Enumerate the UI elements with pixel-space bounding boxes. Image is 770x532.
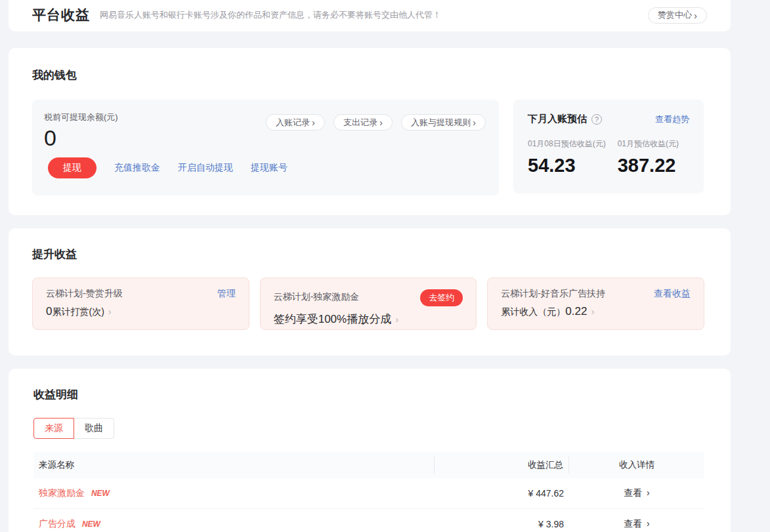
wallet-actions: 提现 充值推歌金 开启自动提现 提现账号 [48,157,288,178]
col-revenue-total: 收益汇总 [435,457,569,474]
recharge-promo-link[interactable]: 充值推歌金 [114,162,160,174]
view-detail-link[interactable]: 查看 › [624,518,650,529]
view-label: 查看 [624,487,642,498]
wallet-section-title: 我的钱包 [32,68,704,83]
revenue-amount: ¥ 447.62 [435,488,569,499]
source-name-link[interactable]: 独家激励金 [39,487,85,498]
revenue-table: 来源名称 收益汇总 收入详情 独家激励金 NEW ¥ 447.62 查看 › [33,452,704,532]
forecast-day-value: 54.23 [528,155,606,176]
details-section-title: 收益明细 [33,387,704,402]
chevron-right-icon: › [395,314,398,325]
col-source-name: 来源名称 [33,457,435,474]
platform-revenue-page: 平台收益 网易音乐人账号和银行卡账号涉及你的作品和资产信息，请务必不要将账号交由… [0,0,770,532]
help-icon[interactable]: ? [591,114,602,125]
boost-card-reward-upgrade: 云梯计划-赞赏升级 管理 0 累计打赏(次) › [32,277,249,330]
revenue-amount: ¥ 3.98 [435,519,569,529]
boost-card-body[interactable]: 签约享受100%播放分成 › [274,312,463,327]
view-trend-link[interactable]: 查看趋势 [655,113,689,125]
page-header: 平台收益 网易音乐人账号和银行卡账号涉及你的作品和资产信息，请务必不要将账号交由… [9,0,731,31]
boost-card-title: 云梯计划-独家激励金 [274,291,360,303]
forecast-stat-day: 01月08日预估收益(元) 54.23 [528,138,606,176]
expense-records-button[interactable]: 支出记录 › [333,114,393,131]
go-sign-button[interactable]: 去签约 [420,289,463,306]
wallet-section: 我的钱包 税前可提现余额(元) 0 入账记录 › 支出记录 › 入账与提现规则 [9,48,731,215]
boost-card-body[interactable]: 0 累计打赏(次) › [46,305,236,318]
reward-center-label: 赞赏中心 [658,9,692,21]
balance-panel: 税前可提现余额(元) 0 入账记录 › 支出记录 › 入账与提现规则 › [32,100,499,195]
source-name-link[interactable]: 广告分成 [39,518,75,529]
chevron-right-icon: › [647,487,650,498]
page-title: 平台收益 [32,6,90,24]
forecast-panel: 下月入账预估 ? 查看趋势 01月08日预估收益(元) 54.23 01月预估收… [513,100,704,194]
sign-benefit-label: 签约享受100%播放分成 [274,312,391,327]
reward-center-button[interactable]: 赞赏中心 › [648,7,707,24]
table-header-row: 来源名称 收益汇总 收入详情 [33,452,704,478]
boost-card-exclusive-incentive: 云梯计划-独家激励金 去签约 签约享受100%播放分成 › [260,277,477,330]
table-row: 独家激励金 NEW ¥ 447.62 查看 › [33,478,704,509]
tab-song[interactable]: 歌曲 [74,418,114,439]
tab-source[interactable]: 来源 [33,418,74,439]
col-income-detail: 收入详情 [569,459,704,471]
income-withdraw-rules-label: 入账与提现规则 [411,117,471,129]
boost-card-body[interactable]: 累计收入（元） 0.22 › [501,305,691,318]
chevron-right-icon: › [591,306,594,317]
view-label: 查看 [624,518,642,529]
details-section: 收益明细 来源 歌曲 来源名称 收益汇总 收入详情 独家激励金 NEW ¥ 44… [9,369,731,532]
expense-records-label: 支出记录 [343,117,377,129]
forecast-stat-month: 01月预估收益(元) 387.22 [618,138,679,176]
boost-section: 提升收益 云梯计划-赞赏升级 管理 0 累计打赏(次) › 云梯计划-独家激励金… [9,228,731,356]
chevron-right-icon: › [108,306,112,317]
new-badge: NEW [91,489,110,498]
forecast-month-label: 01月预估收益(元) [618,138,679,150]
forecast-day-label: 01月08日预估收益(元) [528,138,606,150]
boost-card-title: 云梯计划-好音乐广告扶持 [501,288,605,300]
forecast-month-value: 387.22 [618,155,679,176]
tip-count-value: 0 [46,305,52,318]
withdraw-account-link[interactable]: 提现账号 [251,162,288,174]
chevron-right-icon: › [694,10,697,20]
view-detail-link[interactable]: 查看 › [624,487,650,498]
cumulative-income-value: 0.22 [565,305,587,318]
new-badge: NEW [82,520,100,529]
withdraw-button[interactable]: 提现 [48,157,96,178]
income-withdraw-rules-button[interactable]: 入账与提现规则 › [401,114,486,131]
boost-section-title: 提升收益 [32,247,704,262]
manage-link[interactable]: 管理 [217,288,236,300]
details-tabs: 来源 歌曲 [33,418,114,439]
forecast-title: 下月入账预估 [528,113,587,125]
table-row: 广告分成 NEW ¥ 3.98 查看 › [33,509,704,532]
chevron-right-icon: › [379,117,383,127]
chevron-right-icon: › [473,117,476,127]
view-revenue-link[interactable]: 查看收益 [654,288,691,300]
chevron-right-icon: › [312,117,315,127]
income-records-button[interactable]: 入账记录 › [266,114,325,131]
boost-card-title: 云梯计划-赞赏升级 [46,288,123,300]
boost-card-ad-support: 云梯计划-好音乐广告扶持 查看收益 累计收入（元） 0.22 › [487,277,704,330]
income-records-label: 入账记录 [276,117,310,129]
cumulative-income-label: 累计收入（元） [501,306,565,318]
chevron-right-icon: › [647,518,650,529]
account-safety-notice: 网易音乐人账号和银行卡账号涉及你的作品和资产信息，请务必不要将账号交由他人代管！ [100,9,648,21]
record-buttons-group: 入账记录 › 支出记录 › 入账与提现规则 › [266,114,486,131]
auto-withdraw-link[interactable]: 开启自动提现 [178,162,233,174]
tip-count-label: 累计打赏(次) [52,306,104,318]
